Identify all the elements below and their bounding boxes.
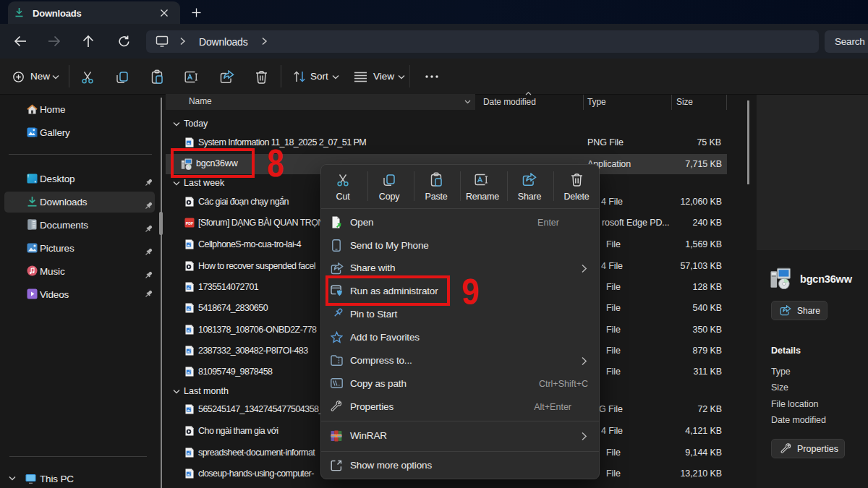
svg-text:PDF: PDF	[186, 221, 193, 226]
